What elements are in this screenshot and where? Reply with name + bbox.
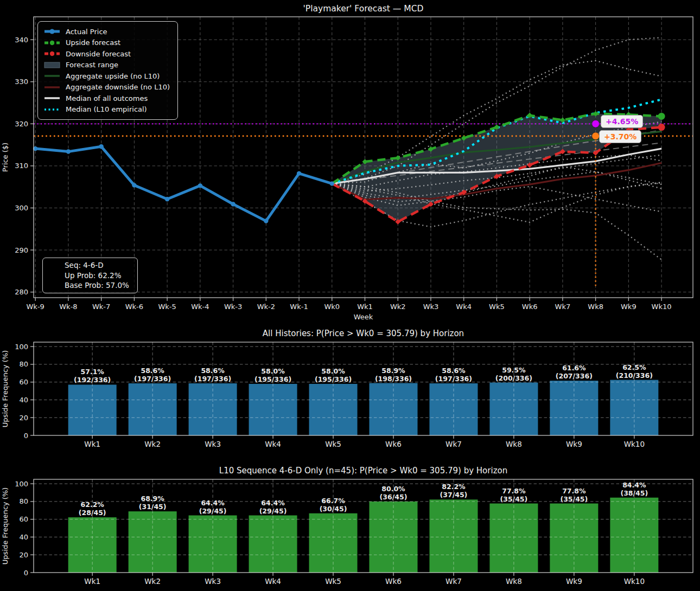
legend-swatch-median_l10: [43, 106, 61, 113]
svg-text:Wk1: Wk1: [84, 440, 100, 448]
svg-text:Price ($): Price ($): [1, 143, 9, 172]
annotation-downside-pct: +3.70%: [599, 130, 641, 143]
svg-text:Wk-8: Wk-8: [59, 303, 77, 311]
svg-text:Wk3: Wk3: [205, 577, 221, 586]
playmaker-forecast-figure: 280290300310320330340Wk-9Wk-8Wk-7Wk-6Wk-…: [0, 0, 700, 591]
svg-text:(37/45): (37/45): [440, 491, 468, 499]
legend-swatch-upside: [43, 39, 61, 47]
legend-label: Downside forecast: [66, 50, 131, 58]
svg-text:100: 100: [15, 480, 28, 488]
svg-text:68.9%: 68.9%: [141, 494, 164, 503]
svg-text:Wk4: Wk4: [265, 577, 281, 586]
svg-text:59.5%: 59.5%: [502, 366, 526, 374]
legend-label: Forecast range: [66, 61, 118, 69]
legend-label: Aggregate downside (no L10): [66, 83, 170, 91]
svg-text:(35/45): (35/45): [500, 495, 528, 503]
svg-text:Wk5: Wk5: [325, 577, 341, 586]
svg-text:(38/45): (38/45): [620, 489, 648, 497]
svg-text:Wk-4: Wk-4: [191, 303, 209, 311]
svg-text:80: 80: [19, 360, 28, 368]
svg-text:Wk-1: Wk-1: [290, 303, 308, 311]
svg-text:Wk8: Wk8: [588, 303, 603, 311]
svg-text:(29/45): (29/45): [199, 507, 227, 515]
svg-text:(195/336): (195/336): [315, 375, 352, 383]
svg-text:77.8%: 77.8%: [502, 487, 526, 495]
svg-text:40: 40: [19, 533, 28, 541]
legend-item-median_all: Median of all outcomes: [43, 93, 170, 104]
svg-text:Wk6: Wk6: [385, 440, 402, 448]
svg-text:Wk1: Wk1: [84, 577, 100, 586]
svg-text:(197/336): (197/336): [134, 375, 171, 383]
svg-text:58.6%: 58.6%: [141, 367, 164, 375]
svg-text:Wk7: Wk7: [446, 577, 462, 586]
svg-text:58.6%: 58.6%: [201, 367, 225, 375]
svg-text:(210/336): (210/336): [616, 371, 653, 380]
svg-text:62.2%: 62.2%: [80, 500, 104, 509]
svg-text:340: 340: [15, 36, 28, 44]
svg-text:Wk7: Wk7: [446, 440, 462, 448]
legend-label: Upside forecast: [66, 38, 120, 47]
bot-chart-title: L10 Sequence 4-6-D Only (n=45): P(Price …: [34, 466, 693, 476]
svg-text:(35/45): (35/45): [560, 495, 588, 503]
svg-text:Wk3: Wk3: [423, 303, 439, 311]
svg-text:0: 0: [24, 432, 28, 440]
svg-text:Wk10: Wk10: [624, 440, 645, 448]
svg-text:Wk-7: Wk-7: [92, 303, 110, 311]
legend-item-upside: Upside forecast: [43, 37, 170, 49]
sequence-info-box: Seq: 4-6-DUp Prob: 62.2%Base Prob: 57.0%: [42, 258, 138, 293]
svg-text:(31/45): (31/45): [139, 503, 167, 511]
svg-text:20: 20: [19, 414, 28, 422]
annotation-upside-pct: +4.65%: [601, 115, 643, 128]
legend-swatch-agg_up: [43, 72, 61, 80]
legend-swatch-range: [43, 61, 61, 69]
svg-text:Wk3: Wk3: [205, 440, 221, 448]
svg-text:Wk9: Wk9: [621, 303, 637, 311]
svg-text:58.9%: 58.9%: [381, 367, 405, 375]
svg-text:Wk8: Wk8: [506, 440, 522, 448]
svg-text:61.6%: 61.6%: [562, 364, 586, 372]
svg-text:(197/336): (197/336): [435, 375, 472, 383]
svg-text:Wk0: Wk0: [324, 303, 340, 311]
svg-text:57.1%: 57.1%: [80, 368, 104, 376]
legend-item-agg_up: Aggregate upside (no L10): [43, 70, 170, 82]
svg-text:Wk9: Wk9: [566, 577, 582, 586]
svg-text:Wk2: Wk2: [144, 440, 161, 448]
svg-text:20: 20: [19, 551, 28, 559]
svg-text:100: 100: [15, 343, 28, 351]
svg-text:Week: Week: [354, 313, 373, 321]
forecast-panel: 280290300310320330340Wk-9Wk-8Wk-7Wk-6Wk-…: [0, 0, 700, 325]
svg-text:(207/336): (207/336): [556, 372, 593, 380]
info-box-line: Base Prob: 57.0%: [65, 280, 133, 291]
top-chart-title: 'Playmaker' Forecast — MCD: [34, 4, 693, 14]
legend-swatch-actual: [43, 28, 61, 35]
svg-text:Wk10: Wk10: [652, 303, 672, 311]
svg-text:66.7%: 66.7%: [321, 497, 345, 505]
legend-label: Actual Price: [66, 28, 107, 36]
svg-text:Wk9: Wk9: [566, 440, 582, 448]
svg-text:290: 290: [15, 246, 28, 254]
svg-text:(28/45): (28/45): [79, 509, 106, 517]
svg-text:330: 330: [15, 78, 28, 86]
svg-text:Wk5: Wk5: [325, 440, 341, 448]
svg-text:84.4%: 84.4%: [622, 481, 646, 489]
svg-text:82.2%: 82.2%: [442, 483, 466, 491]
legend-swatch-median_all: [43, 94, 61, 102]
svg-text:64.4%: 64.4%: [261, 499, 285, 507]
svg-text:(197/336): (197/336): [194, 375, 231, 383]
svg-text:62.5%: 62.5%: [622, 363, 646, 371]
svg-text:320: 320: [15, 120, 28, 128]
svg-text:80: 80: [19, 497, 28, 505]
svg-text:310: 310: [15, 162, 28, 170]
svg-text:Wk-6: Wk-6: [125, 303, 143, 311]
svg-text:Wk-5: Wk-5: [158, 303, 176, 311]
svg-text:(192/336): (192/336): [74, 376, 111, 384]
l10-sequence-chart: 020406080100Wk1Wk2Wk3Wk4Wk5Wk6Wk7Wk8Wk9W…: [0, 458, 700, 591]
svg-text:40: 40: [19, 396, 28, 404]
svg-text:80.0%: 80.0%: [381, 485, 405, 493]
svg-text:Wk-2: Wk-2: [257, 303, 275, 311]
legend-item-downside: Downside forecast: [43, 48, 170, 60]
legend-item-range: Forecast range: [43, 60, 170, 71]
svg-text:0: 0: [24, 569, 28, 577]
info-box-line: Up Prob: 62.2%: [65, 271, 133, 281]
all-histories-chart: 020406080100Wk1Wk2Wk3Wk4Wk5Wk6Wk7Wk8Wk9W…: [0, 325, 700, 458]
